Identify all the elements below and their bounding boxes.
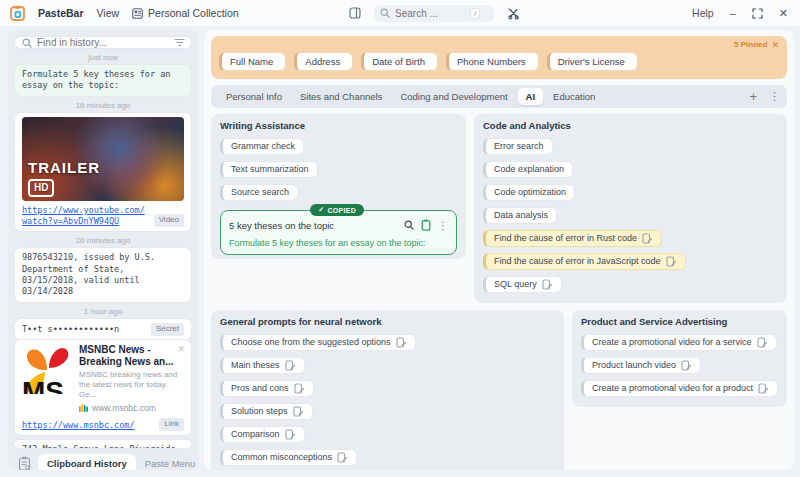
history-item-prompt[interactable]: Formulate 5 key theses for an essay on t… bbox=[15, 65, 191, 96]
board-item-label: Grammar check bbox=[231, 141, 295, 152]
board-item[interactable]: Pros and cons bbox=[220, 380, 314, 397]
board-item[interactable]: Grammar check bbox=[220, 138, 304, 155]
sidebar-footer-tab[interactable]: Clipboard History bbox=[38, 454, 136, 470]
link-url[interactable]: https://www.msnbc.com/ bbox=[22, 420, 155, 431]
template-icon bbox=[642, 233, 653, 244]
history-item-address[interactable]: 742 Maple Grove Lane Riverside, CA 92501 bbox=[15, 440, 191, 448]
svg-text:MS: MS bbox=[22, 376, 64, 394]
board-item-label: Data analysis bbox=[494, 210, 548, 221]
board-item-label: Source search bbox=[231, 187, 289, 198]
search-icon bbox=[380, 8, 390, 18]
add-tab-button[interactable]: + bbox=[749, 90, 757, 103]
global-search[interactable]: / bbox=[374, 5, 494, 22]
board-item[interactable]: Error search bbox=[483, 138, 553, 155]
board-item[interactable]: Create a promotional video for a product bbox=[581, 380, 778, 397]
tab-menu-button[interactable]: ⋮ bbox=[769, 90, 780, 103]
board-items: Grammar check Text summarization Source … bbox=[220, 138, 457, 201]
template-icon bbox=[294, 383, 305, 394]
board-item-label: Text summarization bbox=[231, 164, 309, 175]
template-icon bbox=[757, 337, 768, 348]
board-item[interactable]: Find the cause of error in JavaScript co… bbox=[483, 253, 686, 270]
close-button[interactable]: ✕ bbox=[779, 7, 788, 20]
sidebar-footer-tab[interactable]: Paste Menu bbox=[136, 454, 198, 470]
search-input[interactable] bbox=[395, 8, 465, 19]
help-button[interactable]: Help bbox=[692, 7, 714, 19]
collection-selector[interactable]: Personal Collection bbox=[132, 7, 238, 19]
copied-clip-card[interactable]: ✓ COPIED 5 key theses on the topic bbox=[220, 210, 457, 255]
board-item[interactable]: Code explanation bbox=[483, 161, 573, 178]
pinned-item[interactable]: Full Name bbox=[219, 52, 286, 71]
find-input[interactable] bbox=[37, 37, 169, 48]
preview-description: MSNBC breaking news and the latest news … bbox=[79, 370, 184, 400]
board-item[interactable]: Source search bbox=[220, 184, 298, 201]
clipboard-settings-icon[interactable] bbox=[15, 453, 34, 470]
item-menu-icon[interactable]: ⋮ bbox=[438, 220, 448, 231]
collection-tab[interactable]: AI bbox=[518, 88, 544, 105]
find-in-history[interactable] bbox=[15, 37, 191, 48]
board-item-label: Code explanation bbox=[494, 164, 564, 175]
board-item[interactable]: Solution steps bbox=[220, 403, 313, 420]
search-item-icon[interactable] bbox=[404, 220, 414, 230]
collection-tab[interactable]: Coding and Development bbox=[392, 88, 515, 105]
site-url: www.msnbc.com bbox=[92, 403, 156, 414]
template-icon bbox=[681, 360, 692, 371]
board-item[interactable]: SQL query bbox=[483, 276, 562, 293]
copied-badge: ✓ COPIED bbox=[310, 204, 364, 216]
board-item[interactable]: Data analysis bbox=[483, 207, 557, 224]
board-item[interactable]: Code optimization bbox=[483, 184, 575, 201]
fullscreen-button[interactable] bbox=[752, 8, 763, 19]
collection-panel: 5 Pinned ✕ Full NameAddressDate of Birth… bbox=[204, 30, 794, 470]
collection-tabs: Personal InfoSites and ChannelsCoding an… bbox=[218, 88, 603, 105]
pinned-count: 5 Pinned bbox=[734, 40, 767, 49]
minimize-button[interactable]: – bbox=[730, 7, 736, 19]
time-divider: 16 minutes ago bbox=[15, 101, 191, 110]
unpin-all-icon[interactable]: ✕ bbox=[771, 40, 779, 50]
board-item-label: Create a promotional video for a service bbox=[592, 337, 752, 348]
pastebar-logo-icon bbox=[10, 5, 25, 21]
filter-icon[interactable] bbox=[174, 38, 185, 47]
board-item[interactable]: Comparison bbox=[220, 426, 305, 443]
sidebar-tabs: Clipboard HistoryPaste Menu bbox=[38, 454, 198, 470]
clip-body: Formulate 5 key theses for an essay on t… bbox=[229, 238, 448, 248]
board-item-label: Create a promotional video for a product bbox=[592, 383, 753, 394]
video-url-link[interactable]: https://www.youtube.com/watch?v=AbvDnYW9… bbox=[22, 205, 150, 227]
board-item[interactable]: Find the cause of error in Rust code bbox=[483, 230, 662, 247]
board-item[interactable]: Create a promotional video for a service bbox=[581, 334, 777, 351]
site-favicon bbox=[79, 404, 88, 412]
split-panel-icon[interactable] bbox=[349, 7, 361, 19]
template-icon bbox=[758, 383, 769, 394]
board-general-prompts: General prompts for neural network Choos… bbox=[211, 310, 564, 470]
history-item-secret[interactable]: T••t s••••••••••••n Secret bbox=[15, 319, 191, 340]
collection-tab[interactable]: Education bbox=[545, 88, 603, 105]
history-item-link[interactable]: ✕ MS MSNBC News - Breaking News an... MS… bbox=[15, 340, 191, 435]
pinned-item[interactable]: Driver's License bbox=[547, 52, 638, 71]
history-item-passport[interactable]: 9876543210, issued by U.S. Department of… bbox=[15, 248, 191, 302]
board-item[interactable]: Product launch video bbox=[581, 357, 701, 374]
pinned-items: Full NameAddressDate of BirthPhone Numbe… bbox=[219, 52, 779, 71]
app-title: PasteBar bbox=[38, 7, 84, 19]
search-shortcut-key: / bbox=[470, 8, 480, 19]
board-item-label: Find the cause of error in JavaScript co… bbox=[494, 256, 661, 267]
collection-tab[interactable]: Sites and Channels bbox=[292, 88, 390, 105]
board-item[interactable]: Choose one from the suggested options bbox=[220, 334, 416, 351]
search-icon bbox=[22, 38, 32, 48]
menu-view[interactable]: View bbox=[97, 7, 120, 19]
time-divider: just now bbox=[15, 53, 191, 62]
board-item-label: SQL query bbox=[494, 279, 537, 290]
board-item[interactable]: Main theses bbox=[220, 357, 305, 374]
board-title: Product and Service Advertising bbox=[581, 316, 778, 327]
pinned-item[interactable]: Address bbox=[294, 52, 353, 71]
video-thumbnail: TRAILER HD bbox=[22, 117, 184, 201]
collection-tab[interactable]: Personal Info bbox=[218, 88, 290, 105]
board-item[interactable]: Common misconceptions bbox=[220, 449, 357, 466]
template-icon bbox=[285, 429, 296, 440]
copy-item-icon[interactable] bbox=[421, 219, 431, 231]
close-icon[interactable]: ✕ bbox=[177, 343, 185, 355]
board-item-label: Common misconceptions bbox=[231, 452, 332, 463]
history-item-video[interactable]: TRAILER HD https://www.youtube.com/watch… bbox=[15, 113, 191, 231]
capture-disabled-icon[interactable] bbox=[507, 7, 520, 20]
pinned-item[interactable]: Date of Birth bbox=[361, 52, 438, 71]
template-icon bbox=[666, 256, 677, 267]
pinned-item[interactable]: Phone Numbers bbox=[446, 52, 539, 71]
board-item[interactable]: Text summarization bbox=[220, 161, 318, 178]
